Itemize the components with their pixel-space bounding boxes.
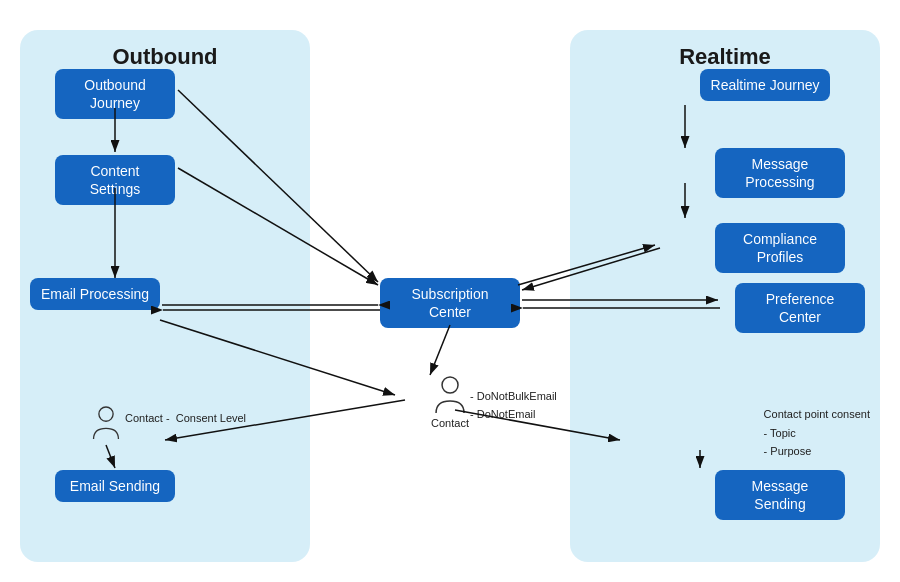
left-contact-figure [90,405,122,441]
contact-field-2: - DoNotEmail [470,406,557,424]
svg-line-14 [430,325,450,375]
right-contact-topic: - Topic [764,424,870,443]
content-settings-box: Content Settings [55,155,175,205]
outbound-journey-box: Outbound Journey [55,69,175,119]
realtime-title: Realtime [570,30,880,74]
preference-center-box: Preference Center [735,283,865,333]
email-sending-box: Email Sending [55,470,175,502]
svg-point-1 [99,407,113,421]
realtime-journey-box: Realtime Journey [700,69,830,101]
main-container: Outbound Realtime Outbound Journey Conte… [0,0,900,582]
right-contact-info: Contact point consent - Topic - Purpose [764,405,870,461]
right-contact-purpose: - Purpose [764,442,870,461]
compliance-profiles-box: Compliance Profiles [715,223,845,273]
outbound-title: Outbound [20,30,310,74]
contact-fields: - DoNotBulkEmail - DoNotEmail [470,388,557,423]
left-contact-info: Contact - Consent Level [125,412,246,424]
message-sending-box: Message Sending [715,470,845,520]
right-contact-label: Contact point consent [764,405,870,424]
svg-point-0 [442,377,458,393]
subscription-center-box: Subscription Center [380,278,520,328]
message-processing-box: Message Processing [715,148,845,198]
email-processing-box: Email Processing [30,278,160,310]
center-contact-figure: Contact [431,375,469,429]
center-contact-label: Contact [431,417,469,429]
contact-field-1: - DoNotBulkEmail [470,388,557,406]
